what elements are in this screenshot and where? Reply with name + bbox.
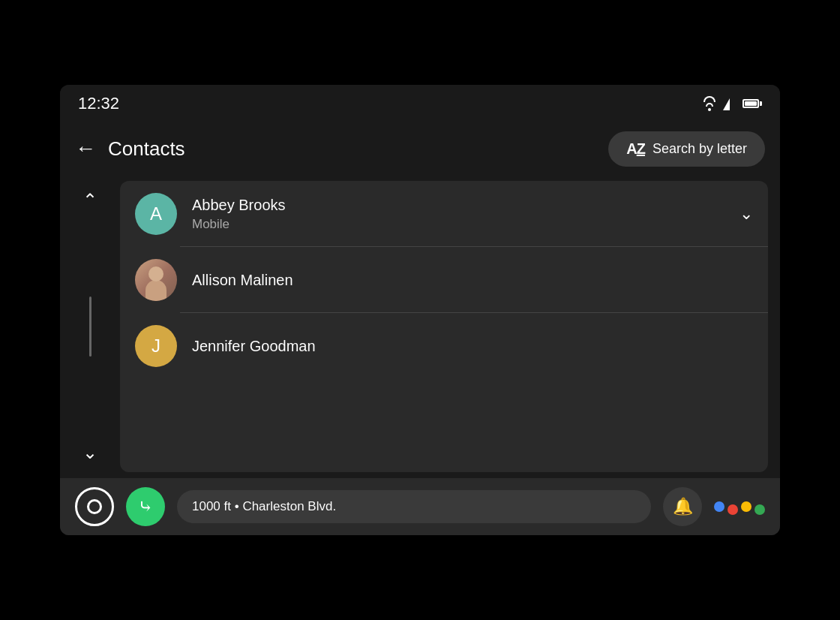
contact-list: A Abbey Brooks Mobile ⌄ Allison Malinen … (120, 181, 768, 472)
az-icon: AZ (626, 140, 645, 158)
main-content: ⌃ ⌄ A Abbey Brooks Mobile ⌄ (60, 175, 780, 478)
google-dot-yellow (741, 501, 752, 512)
chevron-down-icon: ⌄ (82, 442, 98, 463)
expand-icon-abbey[interactable]: ⌄ (740, 204, 753, 224)
back-button[interactable]: ← Contacts (75, 137, 185, 161)
screen: 12:32 ← Contacts (60, 85, 780, 535)
scroll-track (89, 211, 92, 442)
home-circle-icon (87, 499, 102, 514)
scroll-down-button[interactable]: ⌄ (82, 442, 98, 463)
contact-info-abbey: Abbey Brooks Mobile (192, 197, 740, 232)
direction-arrow-icon: ⤷ (138, 496, 153, 517)
search-by-letter-button[interactable]: AZ Search by letter (608, 131, 765, 167)
header: ← Contacts AZ Search by letter (60, 122, 780, 175)
avatar-allison (135, 259, 177, 301)
status-time: 12:32 (78, 94, 119, 113)
scroll-up-button[interactable]: ⌃ (82, 190, 98, 211)
google-assistant-button[interactable] (714, 498, 765, 515)
contact-name-abbey: Abbey Brooks (192, 197, 740, 214)
wifi-icon (704, 96, 716, 111)
avatar-abbey: A (135, 193, 177, 235)
chevron-up-icon: ⌃ (82, 190, 98, 211)
scroll-line (89, 296, 92, 357)
bell-icon: 🔔 (673, 497, 693, 516)
contact-info-jennifer: Jennifer Goodman (192, 338, 753, 355)
avatar-jennifer: J (135, 325, 177, 367)
contact-item-allison[interactable]: Allison Malinen (120, 247, 768, 313)
search-by-letter-label: Search by letter (652, 141, 747, 157)
google-dot-blue (714, 501, 724, 512)
back-arrow-icon: ← (75, 137, 96, 161)
contact-item-jennifer[interactable]: J Jennifer Goodman (120, 313, 768, 379)
contact-name-jennifer: Jennifer Goodman (192, 338, 753, 355)
battery-icon (742, 99, 762, 108)
contact-info-allison: Allison Malinen (192, 272, 753, 289)
status-icons (704, 96, 762, 111)
status-bar: 12:32 (60, 85, 780, 122)
route-info-text: 1000 ft • Charleston Blvd. (192, 499, 336, 514)
notification-button[interactable]: 🔔 (663, 487, 702, 526)
scroll-controls: ⌃ ⌄ (60, 175, 120, 478)
direction-button[interactable]: ⤷ (126, 487, 165, 526)
contact-detail-abbey: Mobile (192, 217, 740, 232)
contact-name-allison: Allison Malinen (192, 272, 753, 289)
signal-icon (723, 97, 736, 110)
route-info: 1000 ft • Charleston Blvd. (177, 490, 651, 523)
header-title: Contacts (108, 137, 185, 161)
google-dot-red (728, 504, 738, 515)
google-dot-green (754, 504, 765, 515)
contact-item-abbey[interactable]: A Abbey Brooks Mobile ⌄ (120, 181, 768, 247)
bottom-nav: ⤷ 1000 ft • Charleston Blvd. 🔔 (60, 478, 780, 535)
home-button[interactable] (75, 487, 114, 526)
